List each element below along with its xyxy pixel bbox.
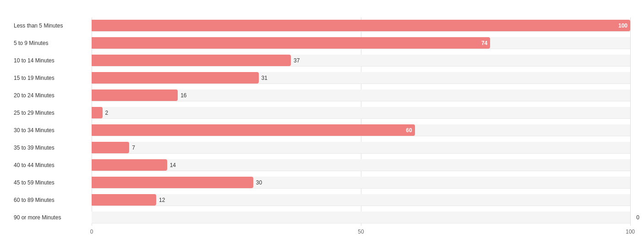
bar-container: 12: [92, 194, 630, 206]
page-container: Less than 5 Minutes1005 to 9 Minutes7410…: [14, 9, 630, 238]
bar-value-label: 2: [105, 110, 109, 116]
bar-label: 20 to 24 Minutes: [14, 92, 92, 99]
bar-label: 60 to 89 Minutes: [14, 197, 92, 203]
x-tick-label: 0: [90, 229, 93, 235]
bar-value-label: 60: [406, 127, 412, 134]
bar-row: 35 to 39 Minutes7: [14, 140, 630, 156]
bar-row: 30 to 34 Minutes60: [14, 122, 630, 139]
bar-container: 31: [92, 72, 630, 84]
x-axis: 050100: [92, 229, 630, 238]
chart-body: Less than 5 Minutes1005 to 9 Minutes7410…: [14, 17, 630, 238]
bar-fill: 100: [92, 20, 630, 31]
bar-row: 20 to 24 Minutes16: [14, 87, 630, 104]
bar-value-label: 30: [256, 179, 262, 186]
bar-row: Less than 5 Minutes100: [14, 17, 630, 34]
bar-row: 15 to 19 Minutes31: [14, 70, 630, 86]
bar-fill: [92, 55, 291, 66]
bar-fill: [92, 142, 129, 153]
bar-container: 60: [92, 124, 630, 136]
x-tick-label: 100: [626, 229, 635, 235]
bar-fill: [92, 177, 253, 188]
bar-row: 5 to 9 Minutes74: [14, 35, 630, 51]
bar-fill: [92, 107, 103, 118]
bar-label: 35 to 39 Minutes: [14, 145, 92, 151]
bar-label: 10 to 14 Minutes: [14, 57, 92, 64]
bar-container: 2: [92, 107, 630, 119]
bar-fill: 60: [92, 124, 415, 136]
bar-container: 0: [92, 212, 630, 223]
bars-area: Less than 5 Minutes1005 to 9 Minutes7410…: [14, 17, 630, 226]
bar-value-label: 31: [262, 75, 267, 81]
bar-row: 40 to 44 Minutes14: [14, 157, 630, 173]
bar-row: 10 to 14 Minutes37: [14, 52, 630, 69]
bar-label: 90 or more Minutes: [14, 214, 92, 221]
bar-fill: [92, 159, 167, 171]
bar-row: 90 or more Minutes0: [14, 209, 630, 226]
bar-value-label: 16: [180, 92, 186, 99]
bar-label: 40 to 44 Minutes: [14, 162, 92, 168]
bar-label: 25 to 29 Minutes: [14, 110, 92, 116]
bar-container: 14: [92, 159, 630, 171]
x-tick-label: 50: [358, 229, 364, 235]
grid-line: [630, 17, 631, 226]
bar-value-label: 0: [636, 214, 639, 221]
bar-fill: [92, 72, 259, 84]
bar-container: 100: [92, 20, 630, 32]
bar-value-label: 7: [132, 145, 135, 151]
bar-row: 25 to 29 Minutes2: [14, 105, 630, 121]
bar-container: 37: [92, 55, 630, 67]
bar-label: 30 to 34 Minutes: [14, 127, 92, 134]
bar-fill: 74: [92, 37, 490, 49]
bar-label: 45 to 59 Minutes: [14, 179, 92, 186]
bar-label: Less than 5 Minutes: [14, 22, 92, 29]
bar-value-label: 14: [170, 162, 176, 168]
bar-value-label: 100: [618, 22, 628, 29]
bar-container: 74: [92, 37, 630, 49]
bar-value-label: 74: [481, 40, 487, 46]
bar-container: 16: [92, 89, 630, 101]
bar-fill: [92, 89, 178, 101]
bar-label: 15 to 19 Minutes: [14, 75, 92, 81]
bar-label: 5 to 9 Minutes: [14, 40, 92, 46]
bar-value-label: 37: [294, 57, 300, 64]
bar-container: 7: [92, 142, 630, 154]
bar-value-label: 12: [159, 197, 165, 203]
bar-fill: [92, 194, 156, 206]
bar-row: 45 to 59 Minutes30: [14, 174, 630, 191]
bar-container: 30: [92, 177, 630, 189]
bar-row: 60 to 89 Minutes12: [14, 192, 630, 208]
